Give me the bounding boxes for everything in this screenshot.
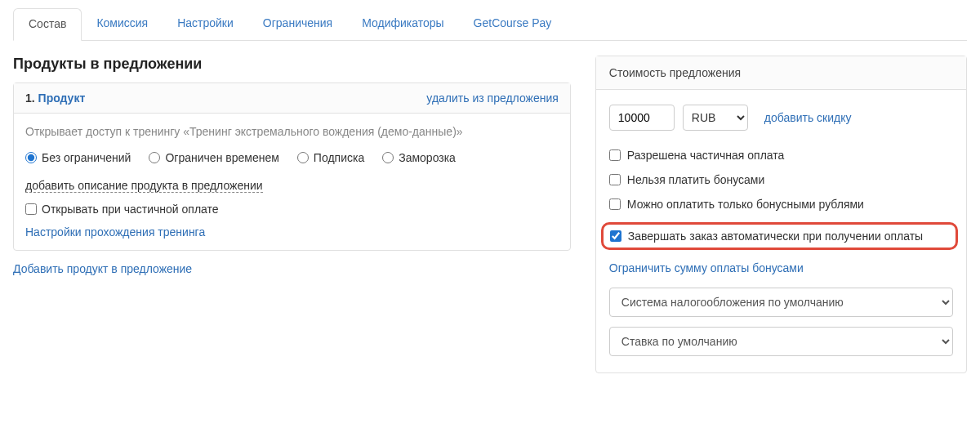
tab-commission[interactable]: Комиссия — [82, 8, 163, 40]
product-header: 1. Продукт удалить из предложения — [14, 83, 570, 114]
limit-radio-time[interactable] — [149, 152, 160, 163]
tab-modifiers[interactable]: Модификаторы — [347, 8, 458, 40]
only-bonus-label: Можно оплатить только бонусными рублями — [627, 198, 864, 211]
limit-radio-subscription[interactable] — [297, 152, 309, 163]
limit-radios: Без ограничений Ограничен временем Подпи… — [25, 151, 559, 164]
products-heading: Продукты в предложении — [13, 56, 571, 73]
limit-option-subscription[interactable]: Подписка — [297, 151, 364, 164]
product-card: 1. Продукт удалить из предложения Открыв… — [13, 83, 571, 251]
partial-pay-row: Разрешена частичная оплата — [609, 149, 953, 162]
limit-option-freeze[interactable]: Заморозка — [382, 151, 456, 164]
limit-label-subscription: Подписка — [314, 151, 364, 164]
add-product-description-link[interactable]: добавить описание продукта в предложении — [25, 179, 263, 193]
product-index: 1. — [25, 91, 35, 105]
tab-restrictions[interactable]: Ограничения — [248, 8, 347, 40]
limit-radio-freeze[interactable] — [382, 152, 394, 163]
auto-complete-highlight: Завершать заказ автоматически при получе… — [601, 222, 958, 250]
open-on-partial-row: Открывать при частичной оплате — [25, 203, 559, 216]
open-on-partial-label: Открывать при частичной оплате — [42, 203, 219, 216]
limit-option-time[interactable]: Ограничен временем — [149, 151, 278, 164]
only-bonus-row: Можно оплатить только бонусными рублями — [609, 198, 953, 211]
price-row: RUB добавить скидку — [609, 105, 953, 131]
currency-select[interactable]: RUB — [683, 105, 748, 131]
product-name-link[interactable]: Продукт — [38, 91, 86, 105]
only-bonus-checkbox[interactable] — [609, 198, 621, 210]
limit-label-time: Ограничен временем — [165, 151, 278, 164]
auto-complete-checkbox[interactable] — [610, 230, 621, 242]
product-description: Открывает доступ к тренингу «Тренинг экс… — [25, 125, 559, 138]
no-bonus-checkbox[interactable] — [609, 174, 621, 185]
add-product-link[interactable]: Добавить продукт в предложение — [13, 262, 192, 275]
offer-price-box: Стоимость предложения RUB добавить скидк… — [595, 56, 967, 373]
product-name-row: 1. Продукт — [25, 91, 85, 105]
partial-pay-label: Разрешена частичная оплата — [627, 149, 785, 162]
remove-from-offer-link[interactable]: удалить из предложения — [426, 91, 558, 105]
limit-option-unlimited[interactable]: Без ограничений — [25, 151, 131, 164]
no-bonus-row: Нельзя платить бонусами — [609, 173, 953, 186]
training-settings-link[interactable]: Настройки прохождения тренинга — [25, 225, 205, 239]
tab-sostav[interactable]: Состав — [13, 8, 82, 41]
price-input[interactable] — [609, 105, 675, 131]
limit-label-freeze: Заморозка — [399, 151, 456, 164]
open-on-partial-checkbox[interactable] — [25, 203, 37, 215]
tax-rate-select[interactable]: Ставка по умолчанию — [609, 327, 953, 356]
tab-getcourse-pay[interactable]: GetCourse Pay — [459, 8, 567, 40]
no-bonus-label: Нельзя платить бонусами — [627, 173, 764, 186]
limit-bonus-link[interactable]: Ограничить сумму оплаты бонусами — [609, 261, 804, 274]
add-discount-link[interactable]: добавить скидку — [764, 111, 852, 124]
tab-settings[interactable]: Настройки — [163, 8, 248, 40]
partial-pay-checkbox[interactable] — [609, 149, 621, 161]
auto-complete-label: Завершать заказ автоматически при получе… — [628, 230, 923, 243]
limit-radio-unlimited[interactable] — [25, 152, 37, 163]
limit-label-unlimited: Без ограничений — [42, 151, 131, 164]
tabs-bar: Состав Комиссия Настройки Ограничения Мо… — [13, 8, 967, 41]
tax-system-select[interactable]: Система налогообложения по умолчанию — [609, 288, 953, 317]
offer-price-heading: Стоимость предложения — [596, 56, 966, 90]
auto-complete-row: Завершать заказ автоматически при получе… — [610, 230, 949, 243]
